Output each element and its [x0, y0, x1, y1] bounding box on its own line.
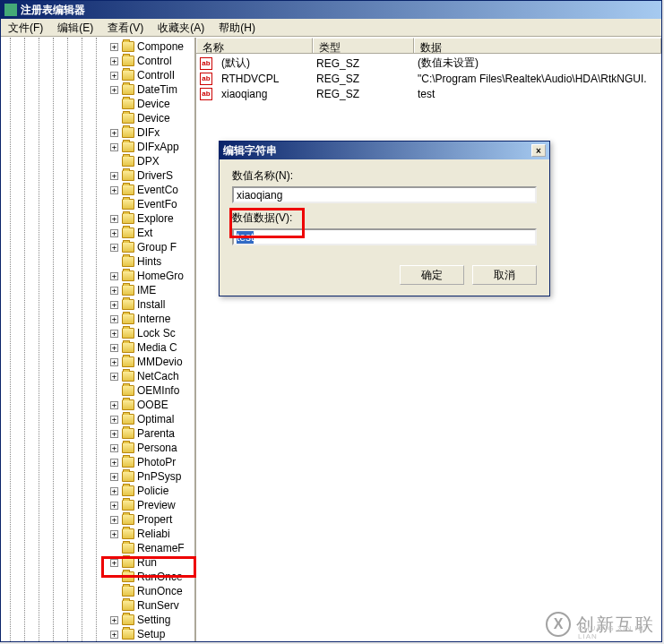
tree-item[interactable]: EventFo	[3, 197, 194, 211]
tree-item[interactable]: +ControlI	[3, 68, 194, 82]
titlebar[interactable]: 注册表编辑器	[1, 1, 661, 19]
tree-item[interactable]: +Compone	[3, 39, 194, 54]
expander-icon[interactable]: +	[110, 129, 118, 137]
list-header: 名称 类型 数据	[196, 38, 661, 54]
tree-item[interactable]: +DIFxApp	[3, 140, 194, 154]
tree-item[interactable]: +Install	[3, 297, 194, 312]
tree-item[interactable]: +DIFx	[3, 125, 194, 140]
ok-button[interactable]: 确定	[400, 265, 464, 285]
expander-icon[interactable]: +	[110, 172, 118, 180]
expander-icon[interactable]: +	[110, 631, 118, 639]
tree-item[interactable]: +OOBE	[3, 398, 194, 412]
expander-icon[interactable]: +	[110, 373, 118, 381]
tree-item[interactable]: +DateTim	[3, 82, 194, 97]
tree-item[interactable]: +Explore	[3, 211, 194, 226]
expander-icon[interactable]: +	[110, 473, 118, 481]
tree-item[interactable]: +Lock Sc	[3, 326, 194, 340]
tree-panel[interactable]: +Compone+Control+ControlI+DateTimDeviceD…	[1, 38, 196, 641]
folder-icon	[122, 342, 134, 353]
expander-icon[interactable]: +	[110, 57, 118, 65]
expander-icon[interactable]: +	[110, 72, 118, 80]
expander-icon[interactable]: +	[110, 86, 118, 94]
tree-item[interactable]: Device	[3, 111, 194, 125]
tree-item[interactable]: RunServ	[3, 598, 194, 613]
expander-icon[interactable]: +	[110, 215, 118, 223]
expander-icon[interactable]: +	[110, 244, 118, 252]
tree-item[interactable]: +Preview	[3, 498, 194, 512]
tree-item[interactable]: Device	[3, 97, 194, 111]
col-name[interactable]: 名称	[196, 38, 313, 53]
expander-icon[interactable]: +	[110, 516, 118, 524]
tree-item[interactable]: DPX	[3, 154, 194, 168]
tree-item[interactable]: +EventCo	[3, 183, 194, 197]
expander-icon[interactable]: +	[110, 502, 118, 510]
expander-icon[interactable]: +	[110, 559, 118, 567]
tree-item[interactable]: +Run	[3, 555, 194, 570]
expander-icon[interactable]: +	[110, 444, 118, 452]
expander-icon[interactable]: +	[110, 358, 118, 366]
cancel-button[interactable]: 取消	[472, 265, 537, 285]
tree-item[interactable]: +MMDevio	[3, 355, 194, 369]
tree-item[interactable]: +DriverS	[3, 168, 194, 183]
expander-icon[interactable]: +	[110, 43, 118, 51]
close-icon[interactable]: ×	[531, 144, 546, 157]
list-row[interactable]: abxiaoqiangREG_SZtest	[196, 86, 661, 101]
tree-item[interactable]: RunOnce	[3, 570, 194, 584]
expander-icon[interactable]: +	[110, 287, 118, 295]
tree-item[interactable]: RunOnce	[3, 584, 194, 598]
expander-icon[interactable]: +	[110, 143, 118, 151]
dialog-titlebar[interactable]: 编辑字符串 ×	[220, 142, 549, 159]
tree-item[interactable]: OEMInfo	[3, 383, 194, 398]
tree-item[interactable]: +PnPSysp	[3, 469, 194, 484]
tree-item[interactable]: +Propert	[3, 512, 194, 527]
tree-item[interactable]: +Persona	[3, 441, 194, 455]
tree-item[interactable]: +Ext	[3, 226, 194, 240]
tree-item[interactable]: +Group F	[3, 240, 194, 254]
menu-view[interactable]: 查看(V)	[100, 19, 151, 36]
expander-icon[interactable]: +	[110, 301, 118, 309]
tree-item[interactable]: +Optimal	[3, 412, 194, 426]
value-data-input[interactable]: test	[232, 228, 537, 245]
value-name-input[interactable]	[232, 186, 537, 203]
expander-icon[interactable]: +	[110, 229, 118, 237]
tree-item[interactable]: +Parenta	[3, 426, 194, 441]
menu-file[interactable]: 文件(F)	[1, 19, 50, 36]
tree-item[interactable]: +Setting	[3, 613, 194, 627]
tree-item[interactable]: Hints	[3, 254, 194, 269]
menu-favorites[interactable]: 收藏夹(A)	[151, 19, 211, 36]
expander-icon[interactable]: +	[110, 430, 118, 438]
tree-item[interactable]: +Control	[3, 54, 194, 68]
tree-item[interactable]: +PhotoPr	[3, 455, 194, 469]
tree-item[interactable]: +Reliabi	[3, 527, 194, 541]
list-panel[interactable]: 名称 类型 数据 ab(默认)REG_SZ(数值未设置)abRTHDVCPLRE…	[196, 38, 661, 641]
expander-icon[interactable]: +	[110, 616, 118, 624]
expander-icon[interactable]: +	[110, 344, 118, 352]
expander-icon[interactable]: +	[110, 272, 118, 280]
expander-icon[interactable]: +	[110, 459, 118, 467]
expander-icon[interactable]: +	[110, 186, 118, 194]
menu-help[interactable]: 帮助(H)	[211, 19, 263, 36]
tree-item-label: Optimal	[137, 413, 174, 425]
menu-edit[interactable]: 编辑(E)	[50, 19, 100, 36]
tree-item[interactable]: +Policie	[3, 484, 194, 498]
tree-item-label: Group F	[137, 241, 177, 253]
tree-item[interactable]: RenameF	[3, 541, 194, 555]
tree-item[interactable]: +IME	[3, 283, 194, 297]
col-data[interactable]: 数据	[414, 38, 661, 53]
tree-item[interactable]: +Setup	[3, 627, 194, 641]
expander-icon[interactable]: +	[110, 487, 118, 495]
expander-icon[interactable]: +	[110, 416, 118, 424]
tree-item[interactable]: +Interne	[3, 312, 194, 326]
tree-item[interactable]: +HomeGro	[3, 269, 194, 283]
tree-item-label: Propert	[137, 513, 172, 526]
col-type[interactable]: 类型	[313, 38, 414, 53]
expander-icon[interactable]: +	[110, 315, 118, 323]
folder-icon	[122, 557, 134, 568]
list-row[interactable]: ab(默认)REG_SZ(数值未设置)	[196, 56, 661, 71]
expander-icon[interactable]: +	[110, 530, 118, 538]
tree-item[interactable]: +Media C	[3, 340, 194, 355]
expander-icon[interactable]: +	[110, 330, 118, 338]
list-row[interactable]: abRTHDVCPLREG_SZ"C:\Program Files\Realte…	[196, 71, 661, 86]
tree-item[interactable]: +NetCach	[3, 369, 194, 383]
expander-icon[interactable]: +	[110, 401, 118, 409]
